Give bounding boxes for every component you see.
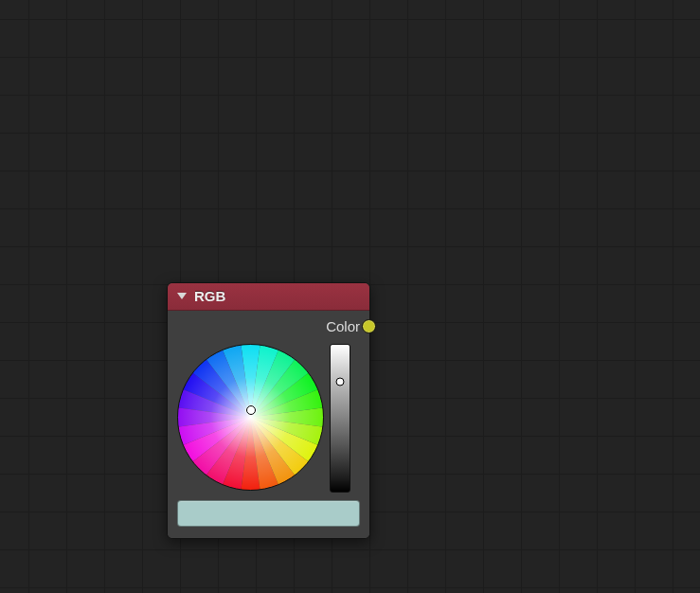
hue-wheel-svg [177,344,324,491]
color-output-socket[interactable] [362,319,376,333]
svg-point-1 [178,345,324,491]
hue-sat-wheel[interactable] [177,344,324,491]
output-label: Color [326,318,360,334]
node-title: RGB [194,288,225,304]
value-slider[interactable] [330,344,350,493]
wheel-cursor[interactable] [246,405,256,415]
value-cursor[interactable] [336,377,345,386]
collapse-icon[interactable] [177,293,187,299]
rgb-node[interactable]: RGB Color [167,282,370,539]
output-row: Color [177,318,360,334]
node-header[interactable]: RGB [168,283,369,311]
color-swatch[interactable] [177,500,360,527]
color-picker [177,344,360,493]
node-body: Color [168,311,369,538]
